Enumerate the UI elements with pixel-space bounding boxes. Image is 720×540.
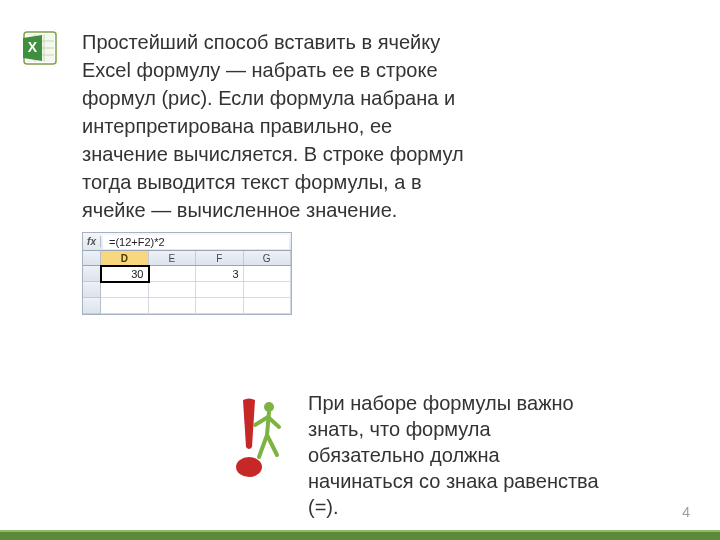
cell[interactable]: 3 bbox=[196, 266, 244, 282]
svg-text:X: X bbox=[28, 39, 38, 55]
formula-bar: fx =(12+F2)*2 bbox=[83, 233, 291, 251]
cell[interactable] bbox=[196, 298, 244, 314]
cell[interactable] bbox=[101, 282, 149, 298]
table-row bbox=[83, 298, 291, 314]
column-header[interactable]: E bbox=[149, 251, 197, 265]
column-header[interactable]: G bbox=[244, 251, 292, 265]
slide: X Простейший способ вставить в ячейку Ex… bbox=[0, 0, 720, 540]
spreadsheet-fragment: fx =(12+F2)*2 D E F G 30 3 bbox=[82, 232, 292, 315]
cell-active[interactable]: 30 bbox=[101, 266, 149, 282]
grid-rows: 30 3 bbox=[83, 266, 291, 314]
table-row: 30 3 bbox=[83, 266, 291, 282]
cell[interactable] bbox=[149, 266, 197, 282]
cell[interactable] bbox=[244, 266, 292, 282]
cell[interactable] bbox=[196, 282, 244, 298]
svg-line-14 bbox=[267, 435, 277, 455]
select-all-corner[interactable] bbox=[83, 251, 101, 265]
note-paragraph: При наборе формулы важно знать, что форм… bbox=[308, 390, 608, 520]
row-header[interactable] bbox=[83, 298, 101, 314]
footer-bar bbox=[0, 530, 720, 540]
row-header[interactable] bbox=[83, 282, 101, 298]
main-paragraph: Простейший способ вставить в ячейку Exce… bbox=[82, 28, 482, 224]
page-number: 4 bbox=[682, 504, 690, 520]
cell[interactable] bbox=[244, 282, 292, 298]
exclamation-figure-icon bbox=[225, 395, 285, 480]
cell[interactable] bbox=[101, 298, 149, 314]
excel-logo-icon: X bbox=[20, 28, 60, 68]
cell[interactable] bbox=[149, 282, 197, 298]
svg-point-8 bbox=[236, 457, 262, 477]
cell[interactable] bbox=[244, 298, 292, 314]
row-header[interactable] bbox=[83, 266, 101, 282]
svg-line-13 bbox=[259, 435, 267, 457]
fx-button[interactable]: fx bbox=[83, 236, 101, 247]
cell[interactable] bbox=[149, 298, 197, 314]
column-headers: D E F G bbox=[83, 251, 291, 266]
table-row bbox=[83, 282, 291, 298]
column-header[interactable]: D bbox=[101, 251, 149, 265]
column-header[interactable]: F bbox=[196, 251, 244, 265]
formula-input[interactable]: =(12+F2)*2 bbox=[103, 235, 289, 249]
